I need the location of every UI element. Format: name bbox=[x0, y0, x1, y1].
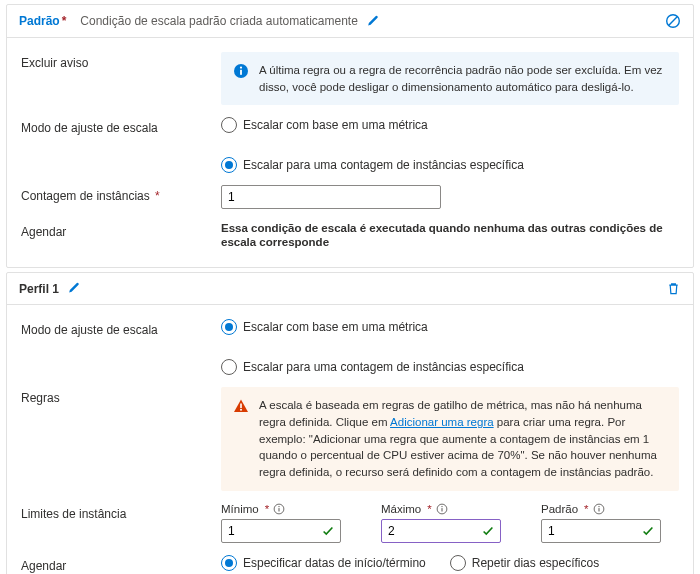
rules-label: Regras bbox=[21, 387, 221, 405]
required-star: * bbox=[62, 14, 67, 28]
radio-metric-label: Escalar com base em uma métrica bbox=[243, 118, 428, 132]
edit-icon[interactable] bbox=[366, 15, 379, 28]
form-body: Modo de ajuste de escala Escalar com bas… bbox=[7, 305, 693, 574]
disable-icon[interactable] bbox=[665, 13, 681, 29]
info-icon[interactable] bbox=[593, 503, 605, 515]
scale-mode-radios: Escalar com base em uma métrica Escalar … bbox=[221, 117, 679, 173]
required-star: * bbox=[155, 189, 160, 203]
svg-point-4 bbox=[240, 67, 242, 69]
card-header: Padrão* Condição de escala padrão criada… bbox=[7, 5, 693, 38]
warning-alert: A escala é baseada em regras de gatilho … bbox=[221, 387, 679, 490]
default-block: Padrão * bbox=[541, 503, 661, 543]
min-label: Mínimo * bbox=[221, 503, 341, 515]
radio-metric-label: Escalar com base em uma métrica bbox=[243, 320, 428, 334]
svg-rect-11 bbox=[441, 508, 442, 511]
profile-1-card: Perfil 1 Modo de ajuste de escala Escala… bbox=[6, 272, 694, 574]
svg-rect-8 bbox=[279, 508, 280, 511]
scale-mode-radios: Escalar com base em uma métrica Escalar … bbox=[221, 319, 679, 375]
card-header: Perfil 1 bbox=[7, 273, 693, 305]
radio-count-label: Escalar para uma contagem de instâncias … bbox=[243, 360, 524, 374]
svg-rect-5 bbox=[240, 404, 242, 409]
info-text: A última regra ou a regra de recorrência… bbox=[259, 62, 667, 95]
svg-rect-3 bbox=[240, 70, 242, 75]
default-condition-card: Padrão* Condição de escala padrão criada… bbox=[6, 4, 694, 268]
info-icon[interactable] bbox=[436, 503, 448, 515]
exclude-warning-label: Excluir aviso bbox=[21, 52, 221, 70]
instance-limits-label: Limites de instância bbox=[21, 503, 221, 521]
radio-specify-dates[interactable]: Especificar datas de início/término bbox=[221, 555, 426, 571]
radio-count-label: Escalar para uma contagem de instâncias … bbox=[243, 158, 524, 172]
max-label: Máximo * bbox=[381, 503, 501, 515]
info-icon bbox=[233, 63, 249, 84]
scale-mode-label: Modo de ajuste de escala bbox=[21, 319, 221, 337]
radio-metric[interactable]: Escalar com base em uma métrica bbox=[221, 319, 428, 335]
instance-count-input[interactable] bbox=[221, 185, 441, 209]
card-title: Padrão* bbox=[19, 14, 66, 28]
add-rule-link[interactable]: Adicionar uma regra bbox=[390, 416, 494, 428]
warning-icon bbox=[233, 398, 249, 419]
max-block: Máximo * bbox=[381, 503, 501, 543]
edit-icon[interactable] bbox=[67, 282, 80, 295]
svg-point-6 bbox=[240, 409, 242, 411]
card-subtitle: Condição de escala padrão criada automat… bbox=[80, 14, 358, 28]
radio-metric[interactable]: Escalar com base em uma métrica bbox=[221, 117, 428, 133]
card-title: Perfil 1 bbox=[19, 282, 59, 296]
info-icon[interactable] bbox=[273, 503, 285, 515]
svg-rect-14 bbox=[598, 508, 599, 511]
schedule-note: Essa condição de escala é executada quan… bbox=[221, 222, 663, 248]
radio-repeat-days[interactable]: Repetir dias específicos bbox=[450, 555, 599, 571]
check-icon bbox=[321, 524, 335, 541]
check-icon bbox=[641, 524, 655, 541]
radio-dates-label: Especificar datas de início/término bbox=[243, 556, 426, 570]
svg-line-1 bbox=[669, 17, 678, 26]
instance-count-label: Contagem de instâncias * bbox=[21, 185, 221, 203]
radio-count[interactable]: Escalar para uma contagem de instâncias … bbox=[221, 157, 524, 173]
schedule-radios: Especificar datas de início/término Repe… bbox=[221, 555, 679, 571]
warning-text: A escala é baseada em regras de gatilho … bbox=[259, 397, 667, 480]
schedule-label: Agendar bbox=[21, 555, 221, 573]
check-icon bbox=[481, 524, 495, 541]
delete-icon[interactable] bbox=[666, 281, 681, 296]
default-label: Padrão * bbox=[541, 503, 661, 515]
scale-mode-label: Modo de ajuste de escala bbox=[21, 117, 221, 135]
info-alert: A última regra ou a regra de recorrência… bbox=[221, 52, 679, 105]
limits-group: Mínimo * Máximo * bbox=[221, 503, 679, 543]
svg-point-9 bbox=[279, 506, 280, 507]
schedule-label: Agendar bbox=[21, 221, 221, 239]
svg-point-12 bbox=[441, 506, 442, 507]
title-text: Padrão bbox=[19, 14, 60, 28]
radio-repeat-label: Repetir dias específicos bbox=[472, 556, 599, 570]
form-body: Excluir aviso A última regra ou a regra … bbox=[7, 38, 693, 267]
svg-point-15 bbox=[598, 506, 599, 507]
min-block: Mínimo * bbox=[221, 503, 341, 543]
radio-count[interactable]: Escalar para uma contagem de instâncias … bbox=[221, 359, 524, 375]
